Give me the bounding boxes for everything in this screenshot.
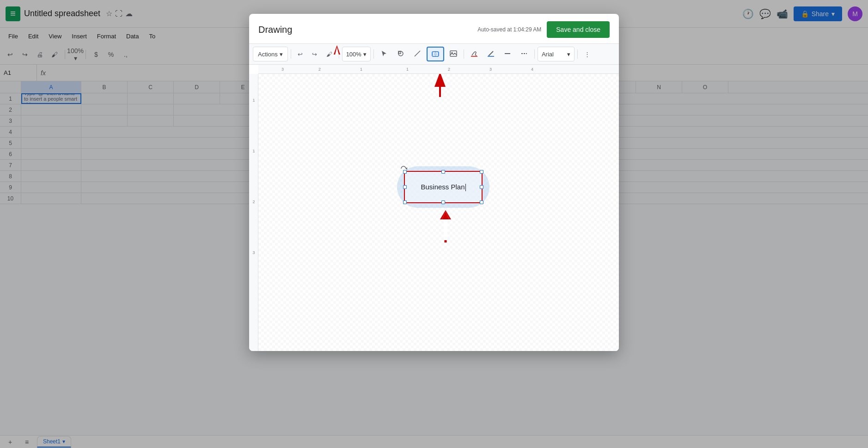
draw-paint-format-button[interactable]: 🖌	[323, 47, 336, 61]
handle-bottom-center[interactable]	[441, 200, 445, 204]
draw-line-button[interactable]	[410, 47, 425, 61]
svg-marker-30	[406, 167, 407, 170]
image-icon	[450, 50, 457, 59]
toolbar-sep6	[577, 49, 578, 59]
svg-rect-14	[488, 56, 494, 57]
line-icon	[414, 50, 421, 59]
modal-header-right: Auto-saved at 1:04:29 AM Save and close	[477, 21, 610, 38]
draw-shapes-button[interactable]	[393, 47, 408, 61]
svg-rect-5	[398, 51, 401, 54]
draw-line-color-button[interactable]	[483, 47, 498, 61]
svg-text:1: 1	[406, 67, 409, 72]
toolbar-sep3	[373, 49, 374, 59]
draw-redo-button[interactable]: ↪	[308, 47, 321, 61]
drawing-canvas: 3 2 1 1 2 3 4 1 1 2 3	[249, 65, 619, 351]
save-close-button[interactable]: Save and close	[547, 21, 610, 38]
draw-undo-button[interactable]: ↩	[294, 47, 306, 61]
toolbar-sep5	[534, 49, 535, 59]
shape-text[interactable]: Business Plan	[421, 183, 465, 191]
fill-color-icon	[471, 50, 478, 59]
text-cursor	[465, 184, 466, 191]
canvas-area[interactable]: Business Plan	[258, 74, 619, 351]
handle-top-center[interactable]	[441, 170, 445, 174]
svg-text:1: 1	[252, 98, 255, 103]
draw-line-dash-button[interactable]	[517, 47, 532, 61]
svg-text:2: 2	[252, 200, 255, 204]
drawing-modal: Drawing Auto-saved at 1:04:29 AM Save an…	[249, 14, 619, 351]
redo-icon: ↪	[312, 51, 317, 58]
svg-text:1: 1	[360, 67, 362, 72]
toolbar-sep4	[464, 49, 464, 59]
handle-bottom-right[interactable]	[480, 200, 483, 204]
line-color-icon	[487, 50, 495, 59]
svg-line-13	[489, 51, 493, 56]
svg-text:4: 4	[531, 67, 533, 72]
svg-text:3: 3	[281, 67, 284, 72]
shape-outer: Business Plan	[397, 166, 489, 208]
annotation-arrow-bottom	[436, 208, 455, 245]
draw-zoom-button[interactable]: 100% ▾	[342, 47, 371, 61]
modal-overlay: Drawing Auto-saved at 1:04:29 AM Save an…	[0, 0, 868, 448]
select-icon	[380, 50, 388, 59]
line-dash-icon	[520, 50, 528, 59]
ruler-vertical: 1 1 2 3	[249, 74, 258, 351]
handle-top-right[interactable]	[480, 170, 483, 174]
draw-fill-color-button[interactable]	[467, 47, 482, 61]
modal-header: Drawing Auto-saved at 1:04:29 AM Save an…	[249, 14, 619, 44]
shapes-icon	[397, 50, 404, 59]
draw-image-button[interactable]	[446, 47, 461, 61]
svg-text:3: 3	[252, 250, 255, 255]
handle-middle-right[interactable]	[480, 185, 483, 189]
svg-text:3: 3	[489, 67, 492, 72]
autosave-text: Auto-saved at 1:04:29 AM	[477, 26, 541, 33]
modal-title: Drawing	[258, 24, 292, 35]
annotation-arrow-top	[433, 74, 447, 99]
handle-middle-left[interactable]	[403, 185, 407, 189]
drawing-toolbar: Actions ▾ ↩ ↪ 🖌 100% ▾	[249, 44, 619, 65]
toolbar-sep1	[291, 49, 291, 59]
draw-more-button[interactable]: ⋮	[581, 47, 594, 61]
svg-text:2: 2	[318, 67, 321, 72]
toolbar-sep2	[339, 49, 339, 59]
svg-text:1: 1	[252, 149, 255, 153]
svg-line-6	[415, 51, 420, 56]
shape-container[interactable]: Business Plan	[397, 166, 489, 208]
svg-rect-12	[471, 56, 477, 57]
handle-bottom-left[interactable]	[403, 200, 407, 204]
font-dropdown-icon: ▾	[567, 51, 570, 58]
font-select[interactable]: Arial ▾	[538, 47, 575, 61]
paint-format-icon: 🖌	[326, 51, 332, 58]
svg-text:2: 2	[448, 67, 450, 72]
line-weight-icon	[504, 50, 511, 59]
draw-select-button[interactable]	[377, 47, 391, 61]
actions-dropdown-icon: ▾	[280, 51, 283, 58]
more-icon: ⋮	[584, 51, 590, 58]
rotate-handle[interactable]	[399, 164, 408, 173]
draw-line-weight-button[interactable]	[500, 47, 515, 61]
actions-button[interactable]: Actions ▾	[253, 47, 288, 61]
ruler-horizontal: 3 2 1 1 2 3 4	[258, 65, 619, 74]
shape-inner-border[interactable]: Business Plan	[404, 171, 483, 203]
zoom-dropdown-icon: ▾	[363, 51, 367, 58]
draw-select-box-button[interactable]	[427, 47, 444, 61]
select-box-icon	[431, 50, 440, 58]
undo-icon: ↩	[298, 51, 303, 58]
